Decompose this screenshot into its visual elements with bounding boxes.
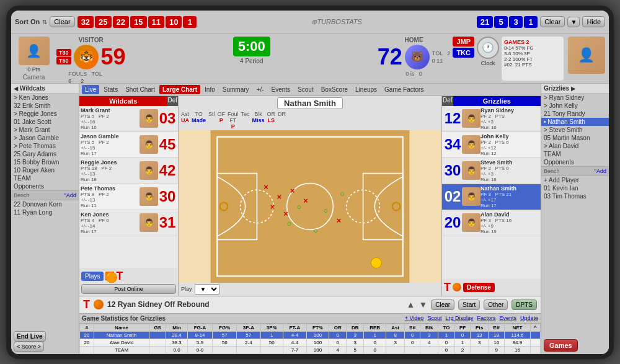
grizzlies-player-nathan[interactable]: • Nathan Smith (541, 118, 609, 126)
grizzly-player-02[interactable]: 02 👨 Nathan Smith PF 3 PTS 21 +/- +17 Ru… (442, 184, 541, 210)
wildcat-player-31[interactable]: Ken Jones PTS 4 PF 0 +/- -14 Run 17 👨 31 (79, 210, 178, 236)
score-tab-15[interactable]: 15 (130, 16, 146, 28)
wildcats-player-erik[interactable]: 32 Erik Smith (11, 102, 79, 110)
lrg-display-button[interactable]: Lrg Display (445, 315, 473, 321)
col-stl: Stl (405, 324, 420, 331)
other-button[interactable]: Other (484, 300, 508, 310)
tab-shot-chart[interactable]: Shot Chart (122, 85, 158, 94)
clock-display: 5:00 4 Period (233, 37, 270, 64)
score-tab-25[interactable]: 25 (95, 16, 111, 28)
tab-boxscore[interactable]: BoxScore (318, 85, 351, 94)
end-live-button[interactable]: End Live (14, 331, 46, 342)
factors-button[interactable]: Factors (477, 315, 495, 321)
video-button[interactable]: + Video (405, 315, 424, 321)
wildcats-player-pete[interactable]: > Pete Thomas (11, 142, 79, 150)
score-tab-22[interactable]: 22 (113, 16, 129, 28)
t60-button[interactable]: T60 (56, 57, 71, 64)
play-dropdown[interactable]: ▼ (195, 284, 219, 295)
wildcats-team[interactable]: TEAM (11, 174, 79, 182)
camera-button[interactable]: Camera (23, 74, 45, 81)
defense-button[interactable]: Defense (463, 283, 495, 292)
clear-button[interactable]: Clear (50, 16, 74, 27)
dropdown-arrow-icon[interactable]: ▼ (567, 17, 580, 27)
score-tab-blue-21[interactable]: 21 (477, 16, 493, 28)
player-info-markgrant: Mark Grant PTS 5 PF 2 +/- -16 Run 16 (81, 107, 140, 130)
grizzlies-bench-kevin[interactable]: 01 Kevin Ian (541, 184, 609, 192)
score-tab-10[interactable]: 10 (166, 16, 182, 28)
score-tabs-right: 21 5 3 1 (477, 16, 538, 28)
tab-plus-minus[interactable]: +/- (254, 85, 267, 94)
grizzlies-player-martin[interactable]: 05 Martin Mason (541, 134, 609, 142)
tab-summary[interactable]: Summary (219, 85, 252, 94)
clear-right-button[interactable]: Clear (540, 16, 565, 27)
jmp-button[interactable]: JMP (453, 37, 474, 47)
wildcat-player-30[interactable]: Pete Thomas PTS 8 PF 2 +/- -13 Run 11 👨 … (79, 184, 178, 210)
grizzlies-player-tony[interactable]: 21 Tony Randy (541, 110, 609, 118)
wildcats-opponents[interactable]: Opponents (11, 182, 79, 190)
start-button[interactable]: Start (458, 300, 480, 310)
tab-info[interactable]: Info (202, 85, 218, 94)
table-row-team[interactable]: TEAM 0.0 0-0 7-7 100 4 5 (80, 346, 541, 353)
clock-icon[interactable]: 🕐 (477, 37, 499, 59)
table-row-nathansmith[interactable]: 20 Nathan Smith 28.4 8-14 57 57 1 4-4 10… (80, 331, 541, 339)
scroll-up-icon[interactable]: ▲ (407, 300, 415, 309)
grizzlies-opponents[interactable]: Opponents (541, 158, 609, 166)
tab-live[interactable]: Live (82, 85, 99, 94)
scout-stats-button[interactable]: Scout (427, 315, 441, 321)
tab-lineups[interactable]: Lineups (352, 85, 380, 94)
wildcats-bench-donovan[interactable]: 22 Donovan Korn (11, 200, 79, 208)
wildcats-player-jason[interactable]: > Jason Gamble (11, 134, 79, 142)
post-online-button[interactable]: Post Online (81, 284, 176, 294)
wildcats-player-mark[interactable]: > Mark Grant (11, 126, 79, 134)
tab-large-chart[interactable]: Large Chart (159, 85, 200, 94)
wildcat-player-03[interactable]: Mark Grant PTS 5 PF 2 +/- -16 Run 16 👨 0… (79, 106, 178, 132)
wildcats-player-bobby[interactable]: 15 Bobby Brown (11, 158, 79, 166)
col-min: Min (166, 324, 187, 331)
games-button[interactable]: Games (544, 339, 578, 352)
events-button[interactable]: Events (499, 315, 516, 321)
score-button[interactable]: < Score > (14, 342, 44, 352)
wildcats-player-roger[interactable]: 10 Roger Aken (11, 166, 79, 174)
t30-button[interactable]: T30 (56, 49, 71, 56)
score-tab-1[interactable]: 1 (183, 16, 197, 28)
grizzly-player-30[interactable]: 30 👨 Steve Smith PF 2 PTS 0 +/- +3 Run 1… (442, 158, 541, 184)
grizzly-player-34[interactable]: 34 👨 John Kelly PF 2 PTS 6 +/- +12 Run 1… (442, 132, 541, 158)
grizzlies-sidebar: Grizzlies ▶ > Ryan Sidney > John Kelly 2… (541, 84, 609, 354)
dpts-button[interactable]: DPTS (512, 300, 537, 310)
grizzly-player-12[interactable]: 12 👨 Ryan Sidney PF 2 PTS +/- +3 Run 16 (442, 106, 541, 132)
wildcat-player-45[interactable]: Jason Gamble PTS 5 PF 2 +/- -15 Run 17 👨… (79, 132, 178, 158)
hide-button[interactable]: Hide (582, 16, 605, 27)
wildcats-player-ken[interactable]: > Ken Jones (11, 94, 79, 102)
tab-game-factors[interactable]: Game Factors (381, 85, 427, 94)
wildcats-player-jake[interactable]: 01 Jake Scott (11, 118, 79, 126)
grizzlies-player-ryan[interactable]: > Ryan Sidney (541, 94, 609, 102)
grizzlies-player-john[interactable]: > John Kelly (541, 102, 609, 110)
score-tab-blue-5[interactable]: 5 (494, 16, 508, 28)
grizzlies-bench-tim[interactable]: 03 Tim Thomas (541, 192, 609, 200)
grizzlies-team[interactable]: TEAM (541, 150, 609, 158)
wildcat-player-42[interactable]: Reggie Jones PTS 18 PF 2 +/- -13 Run 18 … (79, 158, 178, 184)
grizzlies-bench-add[interactable]: + Add Player (541, 176, 609, 184)
wildcats-bench-ryan[interactable]: 11 Ryan Long (11, 208, 79, 216)
sort-arrows-icon[interactable]: ⇅ (42, 19, 47, 25)
scroll-down-icon[interactable]: ▼ (418, 300, 427, 309)
score-tab-11[interactable]: 11 (148, 16, 164, 28)
grizzlies-player-alan[interactable]: > Alan David (541, 142, 609, 150)
tab-stats[interactable]: Stats (100, 85, 121, 94)
table-row-alandavid[interactable]: 20 Alan David 38.3 5-9 56 2-4 50 4-4 100 (80, 339, 541, 346)
clear-event-button[interactable]: Clear (431, 300, 454, 310)
grizzlies-player-steve[interactable]: > Steve Smith (541, 126, 609, 134)
grizzly-player-20[interactable]: 20 👨 Alan David PF 3 PTS 16 +/- +9 Run 1… (442, 210, 541, 236)
tab-scout[interactable]: Scout (294, 85, 317, 94)
wildcats-player-reggie[interactable]: > Reggie Jones (11, 110, 79, 118)
wildcats-player-gary[interactable]: 25 Gary Adams (11, 150, 79, 158)
update-button[interactable]: Update (520, 315, 538, 321)
player-info-petethomas: Pete Thomas PTS 8 PF 2 +/- -13 Run 11 (81, 185, 140, 208)
score-tab-blue-1[interactable]: 1 (524, 16, 538, 28)
plays-button[interactable]: Plays (81, 272, 104, 281)
score-tab-blue-3[interactable]: 3 (509, 16, 523, 28)
tab-events[interactable]: Events (268, 85, 294, 94)
tkc-button[interactable]: TKC (453, 48, 474, 58)
score-tab-32[interactable]: 32 (78, 16, 94, 28)
svg-text:×: × (277, 192, 282, 202)
